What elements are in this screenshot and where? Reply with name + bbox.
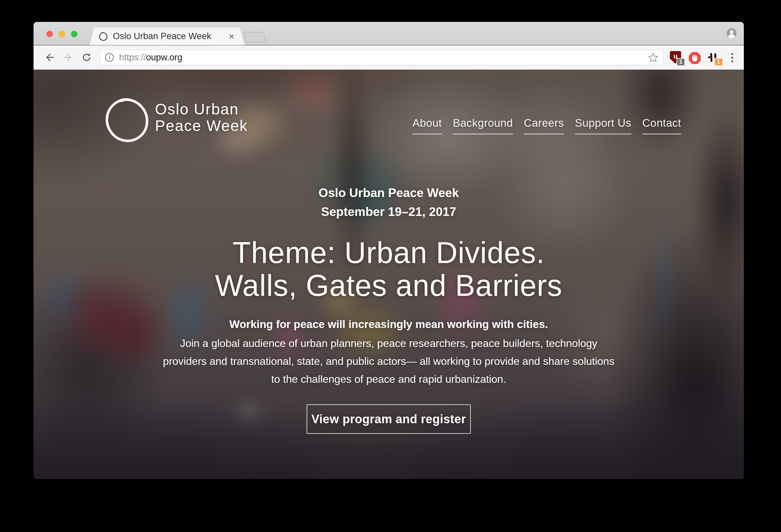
address-bar[interactable]: i https://oupw.org: [100, 50, 664, 65]
close-window-button[interactable]: [46, 31, 53, 37]
url-text: https://oupw.org: [119, 52, 182, 63]
screen: Oslo Urban Peace Week × i: [0, 0, 781, 532]
browser-menu-icon[interactable]: [730, 52, 735, 63]
ublock-badge: 1: [676, 58, 685, 66]
intro-paragraph: Join a global audience of urban planners…: [34, 334, 744, 388]
reload-icon[interactable]: [81, 52, 92, 63]
event-info: Oslo Urban Peace Week September 19–21, 2…: [34, 183, 744, 221]
page-title: Theme: Urban Divides. Walls, Gates and B…: [34, 236, 744, 302]
minimize-window-button[interactable]: [59, 31, 65, 37]
logo-wordmark: Oslo Urban Peace Week: [155, 101, 248, 134]
new-tab-button[interactable]: [243, 32, 266, 42]
privacy-badger-badge: 1: [714, 58, 723, 66]
nav-link-about[interactable]: About: [412, 117, 442, 134]
title-line1: Theme: Urban Divides.: [34, 236, 744, 269]
view-program-button[interactable]: View program and register: [306, 404, 471, 434]
site-logo[interactable]: Oslo Urban Peace Week: [104, 97, 248, 144]
logo-line1: Oslo Urban: [155, 101, 248, 118]
bookmark-star-icon[interactable]: [648, 52, 659, 63]
title-line2: Walls, Gates and Barriers: [34, 269, 744, 302]
intro-line1: Join a global audience of urban planners…: [34, 334, 744, 352]
nav-link-background[interactable]: Background: [453, 117, 513, 134]
logo-circle-icon: [104, 97, 150, 144]
event-name: Oslo Urban Peace Week: [34, 183, 744, 202]
tab-title: Oslo Urban Peace Week: [113, 31, 211, 41]
page-info-icon[interactable]: i: [105, 53, 114, 62]
intro-line2: providers and transnational, state, and …: [34, 352, 744, 370]
tab-strip: Oslo Urban Peace Week ×: [34, 22, 744, 45]
window-controls: [46, 31, 77, 37]
zoom-window-button[interactable]: [71, 31, 77, 37]
url-host: oupw.org: [146, 52, 182, 62]
url-scheme: https://: [119, 52, 146, 62]
event-dates: September 19–21, 2017: [34, 202, 744, 221]
adblock-extension-icon[interactable]: [689, 52, 701, 64]
nav-link-careers[interactable]: Careers: [524, 117, 564, 134]
browser-toolbar: i https://oupw.org u: [34, 45, 744, 70]
back-icon[interactable]: [44, 52, 55, 63]
tab-favicon-circle-icon: [98, 32, 108, 41]
page-viewport: Oslo Urban Peace Week About Background C…: [34, 70, 744, 479]
hand-icon: [691, 54, 699, 62]
lead-text: Working for peace will increasingly mean…: [34, 315, 744, 334]
tab-close-icon[interactable]: ×: [229, 28, 235, 45]
forward-icon[interactable]: [63, 52, 73, 63]
main-nav: About Background Careers Support Us Cont…: [412, 117, 681, 134]
intro-line3: to the challenges of peace and rapid urb…: [34, 370, 744, 388]
browser-window: Oslo Urban Peace Week × i: [34, 22, 744, 479]
profile-icon[interactable]: [727, 28, 737, 38]
nav-link-contact[interactable]: Contact: [642, 117, 681, 134]
nav-link-support-us[interactable]: Support Us: [575, 117, 631, 134]
logo-line2: Peace Week: [155, 118, 248, 134]
browser-tab[interactable]: Oslo Urban Peace Week ×: [90, 28, 245, 45]
